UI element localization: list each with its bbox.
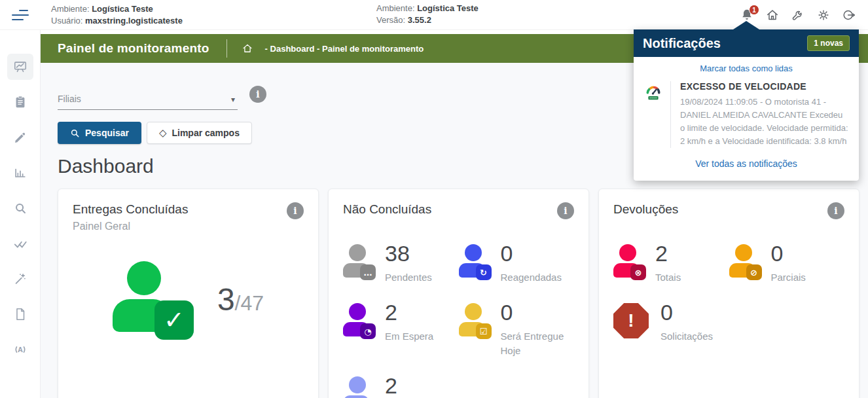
circle-x-badge-icon: ⊗ xyxy=(630,264,646,280)
notification-description: 19/08/2024 11:09:05 - O motorista 41 - D… xyxy=(680,96,848,148)
total-count: /47 xyxy=(235,291,264,315)
stat-cutoff: 2 xyxy=(343,374,459,398)
breadcrumb-home-icon[interactable] xyxy=(242,43,253,55)
card-title: Devoluções xyxy=(613,202,678,217)
sidebar-nav: A xyxy=(0,30,41,398)
usuario-value: maxstring.logisticateste xyxy=(85,16,183,26)
card-entregas-concluidas: Entregas Concluídas Painel Geral i ✓ 3/4… xyxy=(58,189,319,398)
view-all-notifications-link[interactable]: Ver todas as notificações xyxy=(644,158,848,169)
card-info-button[interactable]: i xyxy=(827,202,844,219)
sidebar-item-broadcast[interactable]: A xyxy=(7,336,33,363)
magic-wand-icon xyxy=(13,272,27,286)
pencil-icon xyxy=(13,130,27,145)
logout-icon[interactable] xyxy=(842,8,856,22)
prohibited-badge-icon: ⊘ xyxy=(746,264,762,280)
sidebar-item-edit[interactable] xyxy=(7,124,33,151)
filiais-select[interactable]: Filiais ▾ xyxy=(58,79,238,110)
eraser-icon: ◇ xyxy=(159,127,167,139)
sidebar-item-approvals[interactable] xyxy=(7,230,33,257)
ellipsis-badge-icon: … xyxy=(360,264,376,280)
stat-sera-entregue-hoje: ☑ 0 Será Entregue Hoje xyxy=(459,300,575,358)
usuario-label: Usuário: xyxy=(51,16,82,26)
broadcast-icon: A xyxy=(13,342,27,357)
ambiente-label: Ambiente: xyxy=(51,4,90,14)
filiais-placeholder: Filiais xyxy=(58,94,81,104)
notification-title: EXCESSO DE VELOCIDADE xyxy=(680,81,848,92)
stat-pendentes: … 38 Pendentes xyxy=(343,242,459,285)
home-icon[interactable] xyxy=(765,8,780,22)
menu-toggle-icon[interactable] xyxy=(0,10,41,20)
person-clock-icon: ◔ xyxy=(343,303,373,337)
check-badge-icon: ✓ xyxy=(154,300,194,340)
person-icon xyxy=(343,376,373,398)
notifications-header: Notificações 1 novas xyxy=(634,29,859,57)
clear-fields-button[interactable]: ◇ Limpar campos xyxy=(147,122,252,144)
sidebar-item-dashboard[interactable] xyxy=(7,54,33,80)
search-icon xyxy=(70,128,80,138)
svg-text:A: A xyxy=(18,346,23,353)
speedometer-icon xyxy=(644,81,670,148)
breadcrumb: - Dashboard - Painel de monitoramento xyxy=(265,44,424,54)
dashboard-cards: Entregas Concluídas Painel Geral i ✓ 3/4… xyxy=(58,189,859,398)
stat-reagendadas: ↻ 0 Reagendadas xyxy=(459,242,575,285)
refresh-badge-icon: ↻ xyxy=(476,264,492,280)
settings-gear-icon[interactable] xyxy=(816,8,831,22)
card-devolucoes: Devoluções i ⊗ 2 Totais xyxy=(598,189,859,398)
versao-value: 3.55.2 xyxy=(408,15,431,25)
card-info-button[interactable]: i xyxy=(287,202,304,219)
new-notifications-badge: 1 novas xyxy=(807,35,850,51)
person-cancel-icon: ⊗ xyxy=(613,244,643,278)
stat-solicitacoes: ! 0 Solicitações xyxy=(613,300,729,344)
versao-label: Versão: xyxy=(376,15,405,25)
divider xyxy=(226,39,227,58)
bar-chart-icon xyxy=(13,166,27,180)
double-check-icon xyxy=(13,236,27,251)
sidebar-item-tasks[interactable] xyxy=(7,89,33,115)
sidebar-item-reports[interactable] xyxy=(7,160,33,186)
card-title: Não Concluídas xyxy=(343,202,431,217)
person-check-icon: ✓ xyxy=(113,261,198,337)
popup-pointer xyxy=(733,21,759,29)
card-title: Entregas Concluídas xyxy=(73,202,188,217)
chevron-down-icon: ▾ xyxy=(231,95,235,104)
person-prohibited-icon: ⊘ xyxy=(729,244,759,278)
clipboard-icon xyxy=(13,95,27,109)
presentation-chart-icon xyxy=(13,60,27,74)
notification-count-badge: 1 xyxy=(749,5,759,15)
notifications-bell-icon[interactable]: 1 xyxy=(740,8,754,22)
document-icon xyxy=(13,307,27,321)
search-icon xyxy=(13,201,27,215)
filiais-info-button[interactable]: i xyxy=(249,86,266,103)
tools-wrench-icon[interactable] xyxy=(791,8,805,22)
notifications-title: Notificações xyxy=(643,36,721,51)
sidebar-item-documents[interactable] xyxy=(7,301,33,327)
concluded-count: 3 xyxy=(217,282,235,317)
sidebar-item-search[interactable] xyxy=(7,195,33,221)
notifications-popup: Notificações 1 novas Marcar todas como l… xyxy=(634,29,859,181)
clock-badge-icon: ◔ xyxy=(360,323,376,339)
warning-octagon-icon: ! xyxy=(613,303,649,338)
page-header-title: Painel de monitoramento xyxy=(58,41,209,56)
environment-info-left: Ambiente: Logística Teste Usuário: maxst… xyxy=(51,3,183,27)
mark-all-read-link[interactable]: Marcar todas como lidas xyxy=(644,63,848,73)
sidebar-item-wizard[interactable] xyxy=(7,266,33,292)
notification-item[interactable]: EXCESSO DE VELOCIDADE 19/08/2024 11:09:0… xyxy=(644,81,848,148)
card-nao-concluidas: Não Concluídas i … 38 Pendentes xyxy=(328,189,589,398)
card-subtitle: Painel Geral xyxy=(73,221,188,232)
environment-info-center: Ambiente: Logística Teste Versão: 3.55.2 xyxy=(376,3,479,26)
stat-totais: ⊗ 2 Totais xyxy=(613,242,729,285)
card-info-button[interactable]: i xyxy=(557,202,574,219)
person-refresh-icon: ↻ xyxy=(459,244,489,278)
person-pending-icon: … xyxy=(343,244,373,278)
stat-parciais: ⊘ 0 Parciais xyxy=(729,242,845,285)
person-calendar-icon: ☑ xyxy=(459,303,489,337)
entregas-concluidas-stat: ✓ 3/47 xyxy=(73,261,304,337)
search-button[interactable]: Pesquisar xyxy=(58,122,141,144)
stat-em-espera: ◔ 2 Em Espera xyxy=(343,300,459,358)
ambiente-value: Logística Teste xyxy=(92,4,153,14)
calendar-check-badge-icon: ☑ xyxy=(476,323,492,339)
